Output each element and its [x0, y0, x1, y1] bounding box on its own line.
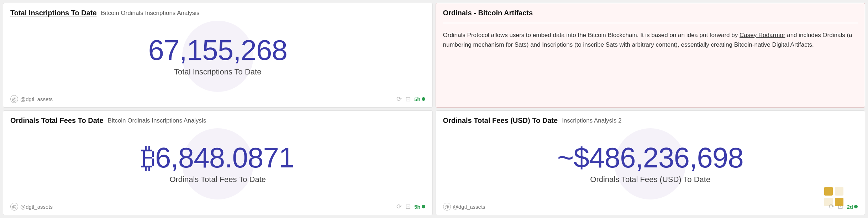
time-badge-4: 2d [847, 204, 858, 210]
card-ordinals-info: Ordinals - Bitcoin Artifacts Ordinals Pr… [436, 3, 866, 108]
footer-right-3: ⟳ ⊡ 5h [396, 203, 425, 211]
big-number-1: 67,155,268 [148, 36, 287, 64]
svg-rect-0 [824, 187, 833, 196]
footer-left-4: @ @dgtl_assets [443, 203, 485, 211]
card-body-1: 67,155,268 Total Inscriptions To Date [10, 20, 425, 92]
divider-2 [443, 23, 858, 23]
footer-left-1: @ @dgtl_assets [10, 95, 53, 103]
time-value-3: 5h [414, 204, 421, 210]
card-footer-1: @ @dgtl_assets ⟳ ⊡ 5h [10, 95, 425, 103]
footer-user-3: @dgtl_assets [20, 204, 53, 210]
card-header-1: Total Inscriptions To Date Bitcoin Ordin… [10, 9, 425, 17]
casey-link[interactable]: Casey Rodarmor [740, 32, 785, 38]
card-subtitle-4: Inscriptions Analysis 2 [562, 117, 621, 124]
card-subtitle-1: Bitcoin Ordinals Inscriptions Analysis [101, 10, 200, 17]
card-header-3: Ordinals Total Fees To Date Bitcoin Ordi… [10, 116, 425, 125]
card-footer-3: @ @dgtl_assets ⟳ ⊡ 5h [10, 203, 425, 211]
description-text-2: Ordinals Protocol allows users to embed … [443, 30, 858, 50]
camera-icon-1[interactable]: ⊡ [405, 95, 411, 103]
big-label-3: Ordinals Total Fees To Date [169, 175, 266, 184]
time-value-4: 2d [847, 204, 853, 210]
card-title-2: Ordinals - Bitcoin Artifacts [443, 9, 533, 17]
card-title-4: Ordinals Total Fees (USD) To Date [443, 116, 558, 125]
card-body-4: ~$486,236,698 Ordinals Total Fees (USD) … [443, 128, 858, 200]
svg-rect-3 [835, 198, 843, 206]
refresh-icon-3[interactable]: ⟳ [396, 203, 402, 211]
at-icon-1: @ [10, 95, 18, 103]
time-badge-1: 5h [414, 96, 425, 102]
time-badge-3: 5h [414, 204, 425, 210]
at-icon-4: @ [443, 203, 451, 211]
footer-left-3: @ @dgtl_assets [10, 203, 53, 211]
card-total-fees: Ordinals Total Fees To Date Bitcoin Ordi… [3, 110, 433, 215]
at-icon-3: @ [10, 203, 18, 211]
big-number-4: ~$486,236,698 [557, 144, 743, 172]
footer-right-1: ⟳ ⊡ 5h [396, 95, 425, 103]
card-body-2: Ordinals Protocol allows users to embed … [443, 26, 858, 103]
big-label-4: Ordinals Total Fees (USD) To Date [590, 175, 710, 184]
card-body-3: ₿6,848.0871 Ordinals Total Fees To Date [10, 128, 425, 200]
green-dot-3 [422, 205, 425, 208]
big-label-1: Total Inscriptions To Date [174, 67, 261, 77]
dashboard-grid: Total Inscriptions To Date Bitcoin Ordin… [0, 0, 868, 218]
svg-rect-2 [824, 198, 833, 206]
card-header-4: Ordinals Total Fees (USD) To Date Inscri… [443, 116, 858, 125]
card-title-3: Ordinals Total Fees To Date [10, 116, 104, 125]
green-dot-1 [422, 97, 425, 101]
footer-user-1: @dgtl_assets [20, 96, 53, 102]
big-number-3: ₿6,848.0871 [141, 144, 294, 172]
time-value-1: 5h [414, 96, 421, 102]
watermark-icon [824, 187, 843, 206]
card-title-1: Total Inscriptions To Date [10, 9, 97, 17]
card-header-2: Ordinals - Bitcoin Artifacts [443, 9, 858, 17]
camera-icon-3[interactable]: ⊡ [405, 203, 411, 211]
refresh-icon-1[interactable]: ⟳ [396, 95, 402, 103]
card-total-inscriptions: Total Inscriptions To Date Bitcoin Ordin… [3, 3, 433, 108]
card-footer-4: @ @dgtl_assets ⟳ ⊡ 2d [443, 203, 858, 211]
card-total-fees-usd: Ordinals Total Fees (USD) To Date Inscri… [436, 110, 866, 215]
watermark [824, 187, 843, 208]
footer-user-4: @dgtl_assets [453, 204, 485, 210]
card-subtitle-3: Bitcoin Ordinals Inscriptions Analysis [108, 117, 206, 124]
svg-rect-1 [835, 187, 843, 196]
green-dot-4 [854, 205, 858, 208]
